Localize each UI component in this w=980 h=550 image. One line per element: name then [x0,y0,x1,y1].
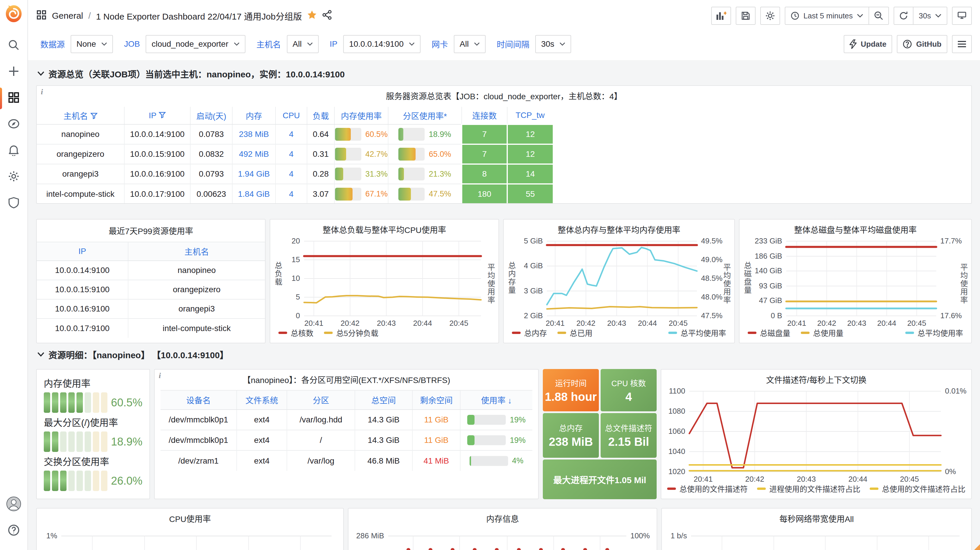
panel-title[interactable]: 文件描述符/每秒上下文切换 [661,370,971,385]
panel-title[interactable]: 每秒网络带宽使用All [662,509,971,524]
sidebar-item-help-icon[interactable] [0,518,28,544]
cell[interactable]: 4 [275,124,307,144]
panel-title[interactable]: CPU使用率 [37,509,343,524]
update-button[interactable]: Update [844,35,892,53]
column-header[interactable]: 连接数 [462,107,507,124]
column-header[interactable]: 剩余空间 [412,390,461,410]
cell[interactable]: 1.84 GiB [232,184,275,204]
network-chart-plot[interactable]: 1 b/s [667,528,967,550]
panel-title[interactable]: 内存信息 [348,509,657,524]
panel-title[interactable]: 整体总磁盘与整体平均磁盘使用率 [740,220,971,235]
cycle-view-mode-button[interactable] [952,7,972,25]
column-header[interactable]: 设备名 [161,390,237,410]
favorite-star-icon[interactable] [307,10,317,22]
variable-value-dropdown[interactable]: 10.0.0.14:9100 [343,35,420,53]
legend-item[interactable]: 总5分钟负载 [324,327,378,338]
memory-chart-plot[interactable]: 2 GiB3 GiB4 GiB5 GiB47.5%48.0%48.5%49.0%… [506,236,732,326]
variable-value-dropdown[interactable]: All [287,35,319,53]
column-header[interactable]: 启动(天) [190,107,232,124]
sidebar-item-plus-icon[interactable] [0,59,28,85]
legend-item[interactable]: 总平均使用率 [668,327,726,338]
cell[interactable]: 4 [275,144,307,164]
cell[interactable]: 238 MiB [232,124,275,144]
legend-item[interactable]: 总核数 [278,327,313,338]
variable-value-dropdown[interactable]: None [71,35,113,53]
sidebar-item-user-avatar-icon[interactable] [0,492,28,518]
legend-item[interactable]: 总已用 [557,327,592,338]
cell[interactable]: 492 MiB [232,144,275,164]
variable-value-dropdown[interactable]: 30s [535,35,571,53]
sidebar-item-search-icon[interactable] [0,33,28,59]
column-header[interactable]: IP [37,242,128,261]
legend-item[interactable]: 总内存 [512,327,547,338]
column-header[interactable]: 分区使用率* [388,107,462,124]
column-header[interactable]: 内存 [232,107,275,124]
column-header[interactable]: 文件系统 [237,390,287,410]
panel-title[interactable]: 服务器资源总览表【JOB：cloud_node_exporter，主机总数：4】 [37,86,971,102]
refresh-interval-dropdown[interactable]: 30s [913,7,947,25]
cell[interactable]: 4 [275,164,307,184]
stat-tile[interactable]: 总文件描述符2.15 Bil [601,413,657,458]
add-panel-button[interactable] [711,7,731,25]
legend-item[interactable]: 总磁盘量 [748,327,790,338]
cell: 11 GiB [412,410,461,430]
stat-tile[interactable]: 最大进程开文件1.05 Mil [543,459,657,499]
variable-value-dropdown[interactable]: All [454,35,485,53]
fd-chart-plot[interactable]: 102010401060108011000%0.01%20:4120:4220:… [663,386,969,482]
column-header[interactable]: 使用率 ↓ [460,390,532,410]
column-header[interactable]: 主机名 [37,107,124,124]
column-header[interactable]: 主机名 [128,242,265,261]
gauge-cell [44,432,50,452]
github-button[interactable]: GitHub [897,35,947,53]
legend-item[interactable]: 总使用的文件描述符 [667,483,748,494]
column-header[interactable]: 负载 [307,107,334,124]
memory-info-plot[interactable]: 286 MiB100% [353,528,652,550]
sidebar-item-gear-icon[interactable] [0,164,28,190]
legend-swatch [668,332,677,334]
grafana-logo-icon[interactable] [4,4,23,23]
section-row-overview[interactable]: 资源总览（关联JOB项）当前选中主机：nanopineo，实例：10.0.0.1… [37,67,970,80]
legend-swatch [512,332,521,334]
load-chart-plot[interactable]: 0510152020:4120:4220:4320:4420:45总负载平均使用… [272,236,496,326]
refresh-button[interactable] [894,7,913,25]
panel-title[interactable]: 最近7天P99资源使用率 [37,220,265,236]
cell: 46.8 MiB [355,450,412,471]
legend-item[interactable]: 进程使用的文件描述符占比 [757,483,860,494]
column-header[interactable]: 分区 [287,390,355,410]
column-header[interactable]: TCP_tw [507,107,553,124]
save-dashboard-button[interactable] [736,7,756,25]
cpu-chart-plot[interactable]: 1% [41,528,339,550]
share-icon[interactable] [322,10,332,22]
panel-resize-handle[interactable] [974,544,980,550]
sidebar-item-shield-icon[interactable] [0,190,28,217]
cell[interactable]: 4 [275,184,307,204]
column-header[interactable]: CPU [275,107,307,124]
column-header[interactable]: 内存使用率 [334,107,388,124]
zoom-out-button[interactable] [869,7,889,25]
variable-value-dropdown[interactable]: cloud_node_exporter [146,35,245,53]
stat-tile[interactable]: 运行时间1.88 hour [543,369,599,411]
panel-title[interactable]: 【nanopineo】：各分区可用空间(EXT.*/XFS/NFS/BTRFS) [155,370,538,385]
stat-tile[interactable]: CPU 核数4 [601,369,657,411]
sidebar-item-compass-icon[interactable] [0,112,28,138]
column-header[interactable]: IP [124,107,190,124]
info-icon[interactable]: i [41,88,43,96]
legend-item[interactable]: 总使用量 [801,327,843,338]
stat-tile[interactable]: 总内存238 MiB [543,413,599,458]
panel-title[interactable]: 整体总负载与整体平均CPU使用率 [270,220,498,235]
legend-item[interactable]: 总平均使用率 [905,327,963,338]
column-header[interactable]: 总空间 [355,390,412,410]
sidebar-item-dashboards-icon[interactable] [0,85,28,112]
panel-title[interactable]: 整体总内存与整体平均内存使用率 [504,220,734,235]
section-row-detail[interactable]: 资源明细：【nanopineo】 【10.0.0.14:9100】 [37,348,970,361]
panel-usage-gauges: 内存使用率60.5%最大分区(/)使用率18.9%交换分区使用率26.0% [36,369,150,499]
cell[interactable]: 1.94 GiB [232,164,275,184]
breadcrumb-section[interactable]: General [52,11,83,21]
disk-chart-plot[interactable]: 0 B47 GiB93 GiB140 GiB186 GiB233 GiB17.6… [742,236,969,326]
menu-button[interactable] [952,35,972,53]
dashboard-settings-button[interactable] [760,7,780,25]
legend-item[interactable]: 总使用的文件描述符占比 [870,483,966,494]
info-icon[interactable]: i [159,371,161,380]
time-range-picker[interactable]: Last 5 minutes [785,7,869,25]
sidebar-item-bell-icon[interactable] [0,138,28,164]
